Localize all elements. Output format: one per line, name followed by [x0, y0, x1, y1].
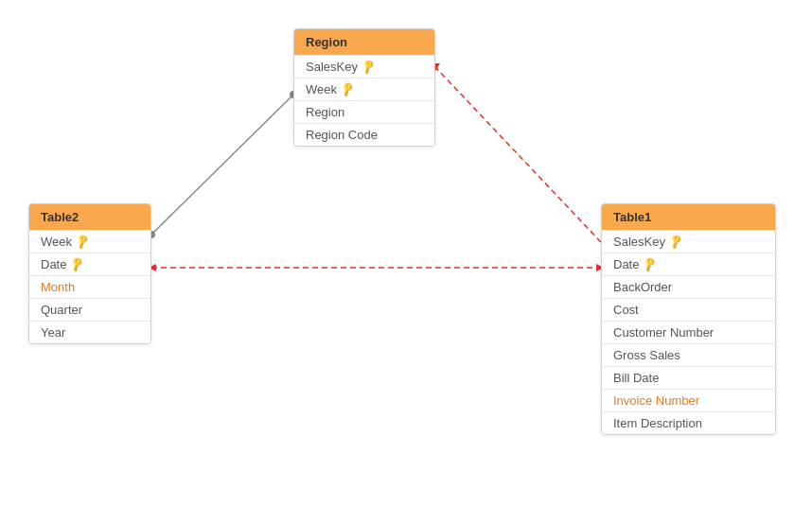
year-label: Year — [41, 325, 65, 340]
saleskey-label: SalesKey — [613, 235, 665, 249]
table2-header: Table2 — [29, 204, 150, 230]
dashed-connection-saleskey — [435, 67, 601, 242]
table-row: Date 🔑 — [29, 253, 150, 275]
table-row: Year — [29, 321, 150, 343]
table-row: Week 🔑 — [294, 78, 434, 100]
region-table-body: SalesKey 🔑 Week 🔑 Region Region Code — [294, 55, 434, 146]
region-table-header: Region — [294, 29, 434, 55]
table-row: Quarter — [29, 298, 150, 321]
table-row: BackOrder — [602, 275, 775, 298]
key-icon: 🔑 — [68, 255, 86, 272]
backorder-label: BackOrder — [613, 280, 672, 294]
saleskey-label: SalesKey — [306, 60, 358, 74]
table-row: Week 🔑 — [29, 230, 150, 253]
table-row: Cost — [602, 298, 775, 321]
key-icon: 🔑 — [74, 233, 92, 250]
region-label: Region — [306, 105, 344, 119]
table-row: Invoice Number — [602, 389, 775, 411]
grosssales-label: Gross Sales — [613, 348, 680, 362]
diagram-canvas: Region SalesKey 🔑 Week 🔑 Region Region C… — [0, 0, 812, 506]
quarter-label: Quarter — [41, 303, 82, 317]
week-label: Week — [306, 82, 337, 96]
region-table: Region SalesKey 🔑 Week 🔑 Region Region C… — [293, 28, 435, 147]
key-icon: 🔑 — [667, 233, 685, 250]
customernumber-label: Customer Number — [613, 325, 714, 340]
itemdescription-label: Item Description — [613, 416, 702, 430]
table1-card: Table1 SalesKey 🔑 Date 🔑 BackOrder Cost … — [601, 203, 776, 435]
table-row: Date 🔑 — [602, 253, 775, 275]
table-row: Region — [294, 100, 434, 123]
month-label: Month — [41, 280, 75, 294]
table1-header: Table1 — [602, 204, 775, 230]
cost-label: Cost — [613, 303, 639, 317]
table1-title: Table1 — [613, 210, 651, 224]
table-row: SalesKey 🔑 — [602, 230, 775, 253]
table-row: SalesKey 🔑 — [294, 55, 434, 78]
date-label: Date — [613, 257, 639, 271]
table1-body: SalesKey 🔑 Date 🔑 BackOrder Cost Custome… — [602, 230, 775, 434]
regioncode-label: Region Code — [306, 128, 378, 142]
key-icon: 🔑 — [360, 58, 378, 75]
table-row: Region Code — [294, 123, 434, 146]
key-icon: 🔑 — [641, 255, 659, 272]
invoicenumber-label: Invoice Number — [613, 393, 699, 408]
table-row: Bill Date — [602, 366, 775, 389]
table2-body: Week 🔑 Date 🔑 Month Quarter Year — [29, 230, 150, 343]
region-title: Region — [306, 35, 347, 49]
table-row: Customer Number — [602, 321, 775, 343]
solid-connection-week — [151, 95, 293, 235]
table-row: Month — [29, 275, 150, 298]
table2-card: Table2 Week 🔑 Date 🔑 Month Quarter Year — [28, 203, 151, 344]
table2-title: Table2 — [41, 210, 79, 224]
week-label: Week — [41, 235, 72, 249]
billdate-label: Bill Date — [613, 371, 659, 385]
table-row: Gross Sales — [602, 343, 775, 366]
table-row: Item Description — [602, 411, 775, 434]
key-icon: 🔑 — [339, 80, 357, 97]
date-label: Date — [41, 257, 66, 271]
